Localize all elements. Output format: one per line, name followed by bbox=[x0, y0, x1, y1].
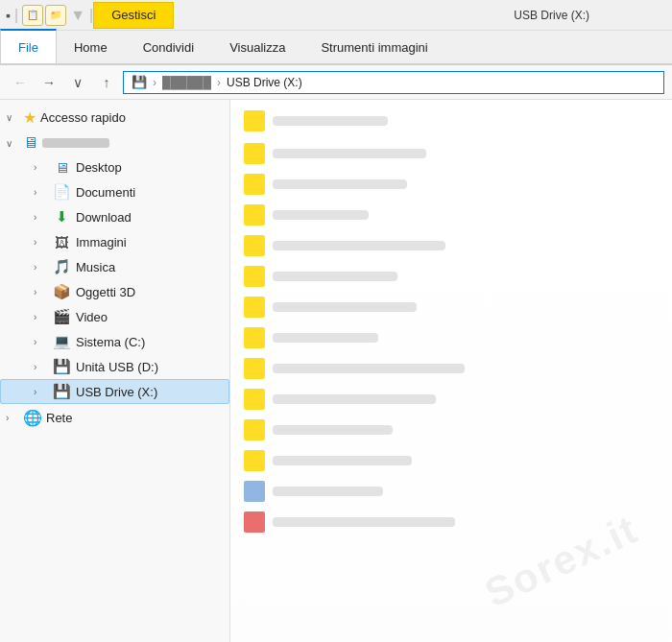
file-icon-6 bbox=[244, 266, 265, 287]
content-blur-overlay bbox=[230, 100, 672, 642]
sidebar-item-musica[interactable]: › 🎵 Musica bbox=[0, 254, 229, 279]
sidebar-item-sistema[interactable]: › 💻 Sistema (C:) bbox=[0, 329, 229, 354]
sidebar-quickaccess-header[interactable]: ∨ ★ Accesso rapido bbox=[0, 106, 229, 130]
sidebar: ∨ ★ Accesso rapido ∨ 🖥 › 🖥 Desktop › 📄 bbox=[0, 100, 230, 642]
oggetti3d-label: Oggetti 3D bbox=[76, 285, 135, 299]
qs-btn-1[interactable]: 📋 bbox=[22, 5, 43, 26]
tab-home[interactable]: Home bbox=[57, 31, 126, 63]
documenti-icon: 📄 bbox=[53, 183, 70, 201]
rete-icon: 🌐 bbox=[23, 409, 42, 427]
file-row-5 bbox=[238, 232, 664, 259]
file-text-7 bbox=[273, 302, 417, 312]
file-text-12 bbox=[273, 456, 412, 465]
tab-condividi[interactable]: Condividi bbox=[126, 31, 212, 63]
file-row-12 bbox=[238, 447, 664, 474]
file-text-10 bbox=[273, 394, 436, 404]
video-icon: 🎬 bbox=[53, 308, 70, 325]
usbdrive-expand-icon: › bbox=[34, 387, 47, 397]
download-expand-icon: › bbox=[34, 212, 47, 223]
sidebar-item-immagini[interactable]: › 🖼 Immagini bbox=[0, 229, 229, 254]
file-icon-4 bbox=[244, 204, 265, 226]
file-icon-1 bbox=[244, 110, 265, 131]
file-row-14 bbox=[238, 509, 664, 535]
musica-label: Musica bbox=[76, 260, 115, 274]
sidebar-rete-section: › 🌐 Rete bbox=[0, 406, 229, 430]
forward-icon: → bbox=[42, 75, 56, 90]
immagini-expand-icon: › bbox=[34, 237, 47, 248]
quickaccess-label: Accesso rapido bbox=[40, 110, 126, 125]
desktop-label: Desktop bbox=[76, 160, 122, 175]
file-text-13 bbox=[273, 487, 383, 496]
content-area: Sorex.it bbox=[230, 100, 672, 642]
file-icon-7 bbox=[244, 297, 265, 318]
computer-label-blur bbox=[42, 138, 109, 148]
file-text-4 bbox=[273, 210, 369, 220]
sidebar-item-video[interactable]: › 🎬 Video bbox=[0, 304, 229, 329]
quickaccess-expand-icon: ∨ bbox=[6, 112, 19, 123]
rete-label: Rete bbox=[46, 411, 72, 425]
usbdrive-icon: 💾 bbox=[53, 383, 70, 400]
tab-file[interactable]: File bbox=[0, 29, 57, 63]
file-icon-13 bbox=[244, 481, 265, 502]
sidebar-item-oggetti3d[interactable]: › 📦 Oggetti 3D bbox=[0, 279, 229, 304]
immagini-label: Immagini bbox=[76, 235, 127, 250]
address-computer: ██████ bbox=[162, 76, 211, 89]
sidebar-item-documenti[interactable]: › 📄 Documenti bbox=[0, 179, 229, 204]
sidebar-rete-header[interactable]: › 🌐 Rete bbox=[0, 406, 229, 430]
sidebar-computer-header[interactable]: ∨ 🖥 bbox=[0, 131, 229, 155]
file-text-14 bbox=[273, 517, 455, 527]
file-text-3 bbox=[273, 179, 407, 189]
back-button[interactable]: ← bbox=[8, 70, 33, 95]
back-icon: ← bbox=[13, 75, 27, 90]
file-icon-12 bbox=[244, 450, 265, 471]
tab-gestisci-title[interactable]: Gestisci bbox=[93, 2, 174, 29]
sistema-label: Sistema (C:) bbox=[76, 335, 145, 349]
recent-button[interactable]: ∨ bbox=[65, 70, 90, 95]
unitausb-label: Unità USB (D:) bbox=[76, 360, 158, 374]
drive-icon: 💾 bbox=[132, 75, 147, 89]
file-text-11 bbox=[273, 425, 393, 435]
file-icon-2 bbox=[244, 143, 265, 164]
title-bar-left: ▪ | 📋 📁 ▼ | bbox=[6, 5, 93, 26]
qs-btn-2[interactable]: 📁 bbox=[45, 5, 66, 26]
download-label: Download bbox=[76, 210, 132, 225]
desktop-icon: 🖥 bbox=[53, 158, 70, 176]
file-row-3 bbox=[238, 171, 664, 198]
file-icon-8 bbox=[244, 327, 265, 348]
up-button[interactable]: ↑ bbox=[94, 70, 119, 95]
forward-button[interactable]: → bbox=[36, 70, 61, 95]
musica-expand-icon: › bbox=[34, 262, 47, 273]
sistema-expand-icon: › bbox=[34, 337, 47, 347]
file-text-6 bbox=[273, 272, 397, 281]
oggetti3d-icon: 📦 bbox=[53, 283, 70, 300]
file-row-7 bbox=[238, 294, 664, 321]
documenti-expand-icon: › bbox=[34, 187, 47, 198]
chevron-down-icon: ∨ bbox=[73, 75, 83, 90]
usbdrive-label: USB Drive (X:) bbox=[76, 385, 157, 399]
immagini-icon: 🖼 bbox=[53, 233, 70, 250]
file-text-2 bbox=[273, 149, 426, 158]
musica-icon: 🎵 bbox=[53, 258, 70, 275]
address-separator-2: › bbox=[217, 76, 221, 89]
file-icon-10 bbox=[244, 389, 265, 410]
sidebar-item-download[interactable]: › ⬇ Download bbox=[0, 204, 229, 229]
computer-expand-icon: ∨ bbox=[6, 138, 19, 149]
file-row-10 bbox=[238, 386, 664, 413]
file-row-2 bbox=[238, 140, 664, 167]
window-title: USB Drive (X:) bbox=[178, 9, 666, 22]
sidebar-quickaccess-section: ∨ ★ Accesso rapido bbox=[0, 106, 229, 130]
sistema-icon: 💻 bbox=[53, 333, 70, 350]
up-icon: ↑ bbox=[104, 75, 110, 90]
tab-visualizza[interactable]: Visualizza bbox=[212, 31, 303, 63]
address-bar: ← → ∨ ↑ 💾 › ██████ › USB Drive (X:) bbox=[0, 65, 672, 100]
address-input[interactable]: 💾 › ██████ › USB Drive (X:) bbox=[123, 71, 664, 94]
unitausb-icon: 💾 bbox=[53, 358, 70, 375]
sidebar-item-unitausb[interactable]: › 💾 Unità USB (D:) bbox=[0, 354, 229, 379]
sidebar-item-desktop[interactable]: › 🖥 Desktop bbox=[0, 155, 229, 179]
sidebar-item-usbdrive[interactable]: › 💾 USB Drive (X:) bbox=[0, 379, 229, 404]
desktop-expand-icon: › bbox=[34, 162, 47, 173]
file-row-1 bbox=[238, 107, 664, 134]
tab-strumenti[interactable]: Strumenti immagini bbox=[303, 31, 445, 63]
address-path: USB Drive (X:) bbox=[227, 76, 302, 89]
sidebar-computer-section: ∨ 🖥 › 🖥 Desktop › 📄 Documenti › ⬇ Downlo… bbox=[0, 131, 229, 404]
